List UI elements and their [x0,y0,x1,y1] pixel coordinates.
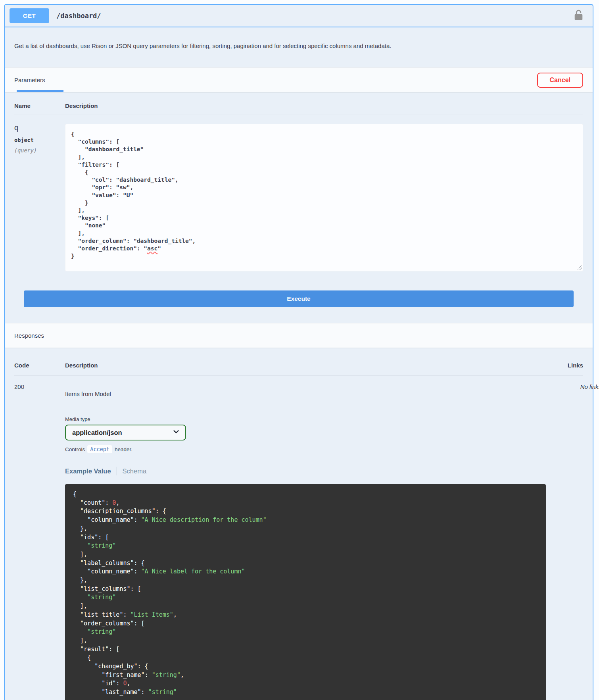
example-code-block: { "count": 0, "description_columns": { "… [65,484,546,700]
media-type-select[interactable]: application/json [65,425,186,440]
chevron-down-icon [173,428,180,437]
endpoint-summary-header[interactable]: GET /dashboard/ [5,5,593,27]
parameters-tab-underline [17,90,63,92]
parameter-location: (query) [14,147,65,154]
tab-example-value[interactable]: Example Value [65,467,111,475]
links-column-header: Links [528,362,583,369]
resize-grip-icon[interactable] [577,265,582,270]
unlocked-padlock-icon [574,10,583,22]
response-status-code: 200 [14,383,65,700]
endpoint-description: Get a list of dashboards, use Rison or J… [5,27,593,67]
response-description: Items from Model [65,390,546,397]
editor-misspelled-word: asc [147,245,157,252]
http-method-badge: GET [10,8,49,23]
responses-table: Code Description Links 200 Items from Mo… [5,348,593,700]
controls-note-suffix: header. [115,446,132,452]
parameter-name-cell: q object (query) [14,124,65,271]
media-type-label: Media type [65,416,546,422]
accept-header-code: Accept [87,445,112,453]
responses-section-header: Responses [5,323,593,348]
response-description-column-header: Description [65,362,528,369]
media-type-selected-value: application/json [72,429,122,437]
cancel-button[interactable]: Cancel [537,73,583,88]
endpoint-path: /dashboard/ [56,12,101,20]
editor-text: { "columns": [ "dashboard_title" ], "fil… [71,131,196,252]
parameter-value-cell: { "columns": [ "dashboard_title" ], "fil… [65,124,583,271]
responses-table-header: Code Description Links [14,362,583,375]
response-row: 200 Items from Model Media type applicat… [14,375,583,700]
code-column-header: Code [14,362,65,369]
response-description-cell: Items from Model Media type application/… [65,383,546,700]
tab-divider [117,467,117,475]
responses-title: Responses [14,332,44,339]
parameters-table-header: Name Description [14,102,583,115]
description-column-header: Description [65,102,583,109]
query-param-editor[interactable]: { "columns": [ "dashboard_title" ], "fil… [65,124,583,271]
no-links-text: No links [546,383,599,700]
tab-schema[interactable]: Schema [123,467,147,475]
model-example-tabs: Example Value Schema [65,467,546,475]
parameter-type: object [14,137,65,143]
parameters-section-header: Parameters Cancel [5,67,593,92]
parameter-row: q object (query) { "columns": [ "dashboa… [14,115,583,271]
execute-wrapper: Execute [14,271,583,307]
api-endpoint-block: GET /dashboard/ Get a list of dashboards… [4,4,593,700]
controls-accept-note: Controls Accept header. [65,445,546,453]
parameter-name: q [14,124,65,132]
auth-lock-button[interactable] [574,10,583,22]
parameters-table: Name Description q object (query) { "col… [5,92,593,307]
execute-button[interactable]: Execute [24,290,574,307]
name-column-header: Name [14,102,65,109]
parameters-tab: Parameters [14,77,45,83]
controls-note-prefix: Controls [65,446,85,452]
